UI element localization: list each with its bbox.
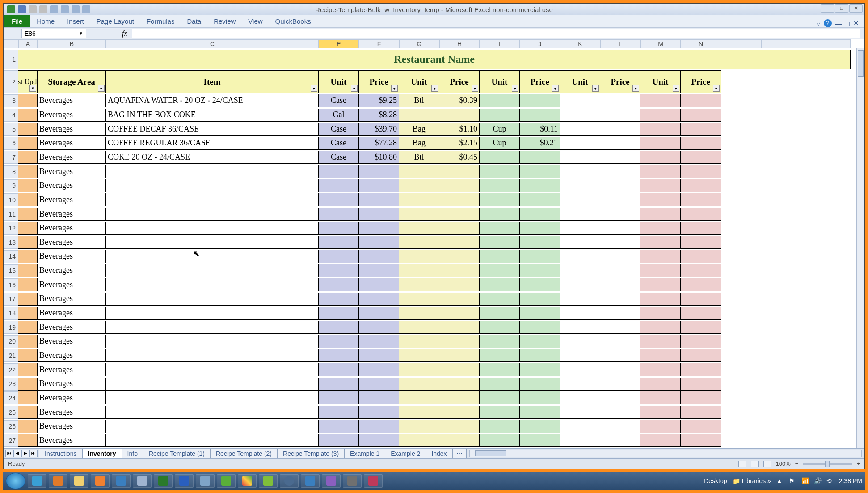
row-header[interactable]: 9 (4, 179, 18, 192)
filter-dropdown-icon[interactable]: ▾ (673, 85, 679, 92)
cell[interactable] (18, 250, 38, 263)
cell[interactable]: Beverages (38, 137, 106, 150)
row-header[interactable]: 13 (4, 236, 18, 249)
cell[interactable] (319, 208, 359, 221)
cell[interactable] (721, 236, 761, 249)
cell[interactable] (560, 293, 600, 306)
cell[interactable] (106, 278, 319, 291)
cell[interactable]: Beverages (38, 293, 106, 306)
filter-dropdown-icon[interactable]: ▾ (311, 85, 317, 92)
tab-quickbooks[interactable]: QuickBooks (269, 15, 317, 27)
cell[interactable] (640, 123, 681, 136)
row-header[interactable]: 14 (4, 250, 18, 263)
doc-restore-icon[interactable]: □ (846, 20, 850, 27)
cell[interactable]: Beverages (38, 193, 106, 206)
header-cell[interactable]: Unit▾ (480, 70, 520, 93)
cell[interactable] (520, 109, 560, 122)
cell[interactable] (640, 278, 681, 291)
cell[interactable] (439, 109, 480, 122)
cell[interactable]: Beverages (38, 391, 106, 404)
cell[interactable] (106, 378, 319, 391)
taskbar-ie-icon[interactable] (28, 474, 46, 488)
cell[interactable] (761, 406, 851, 419)
cell[interactable]: $0.11 (520, 123, 560, 136)
cell[interactable] (560, 349, 600, 362)
cell[interactable] (721, 406, 761, 419)
cell[interactable] (439, 391, 480, 404)
cell[interactable] (18, 278, 38, 291)
cell[interactable] (681, 406, 721, 419)
cell[interactable]: Beverages (38, 222, 106, 235)
tab-home[interactable]: Home (30, 15, 61, 27)
cell[interactable] (600, 321, 640, 334)
column-header[interactable]: M (640, 39, 681, 48)
cell[interactable] (319, 391, 359, 404)
cell[interactable] (18, 123, 38, 136)
column-header[interactable]: E (319, 39, 359, 48)
sheet-tab[interactable]: Info (122, 449, 143, 459)
cell[interactable] (480, 293, 520, 306)
close-button[interactable]: ✕ (849, 4, 863, 13)
cell[interactable]: $8.28 (359, 109, 399, 122)
cell[interactable] (721, 420, 761, 433)
cell[interactable] (480, 278, 520, 291)
cell[interactable]: COKE 20 OZ - 24/CASE (106, 151, 319, 164)
sheet-tab[interactable]: Recipe Template (2) (210, 449, 278, 459)
cell[interactable] (721, 378, 761, 391)
cell[interactable] (359, 208, 399, 221)
cell[interactable]: Beverages (38, 123, 106, 136)
tray-sync-icon[interactable]: ⟲ (826, 477, 834, 484)
cell[interactable] (480, 151, 520, 164)
cell[interactable] (560, 378, 600, 391)
cell[interactable] (439, 378, 480, 391)
cell[interactable]: Beverages (38, 264, 106, 277)
qat-icon[interactable] (82, 5, 90, 13)
doc-close-icon[interactable]: ✕ (853, 19, 859, 27)
cell[interactable] (681, 193, 721, 206)
cell[interactable]: Case (319, 151, 359, 164)
cell[interactable] (721, 264, 761, 277)
cell[interactable] (399, 193, 439, 206)
cell[interactable] (761, 250, 851, 263)
cell[interactable] (106, 264, 319, 277)
cell[interactable] (560, 165, 600, 178)
cell[interactable] (721, 349, 761, 362)
cell[interactable] (439, 193, 480, 206)
fx-icon[interactable]: fx (122, 30, 127, 38)
cell[interactable] (439, 250, 480, 263)
header-cell[interactable]: Unit▾ (319, 70, 359, 93)
cell[interactable] (399, 165, 439, 178)
cell[interactable] (319, 278, 359, 291)
taskbar-media-icon[interactable] (91, 474, 110, 488)
cell[interactable] (520, 321, 560, 334)
taskbar-app-icon[interactable] (196, 474, 215, 488)
cell[interactable] (520, 391, 560, 404)
cell[interactable]: Beverages (38, 278, 106, 291)
taskbar-app-icon[interactable] (343, 474, 362, 488)
tab-data[interactable]: Data (181, 15, 207, 27)
cell[interactable] (600, 165, 640, 178)
cell[interactable] (319, 434, 359, 447)
start-button[interactable] (6, 473, 25, 489)
cell[interactable] (439, 208, 480, 221)
cell[interactable] (681, 349, 721, 362)
cell[interactable] (600, 307, 640, 320)
cell[interactable] (106, 179, 319, 192)
cell[interactable] (600, 278, 640, 291)
cell[interactable] (359, 193, 399, 206)
cell[interactable] (399, 406, 439, 419)
cell[interactable] (721, 179, 761, 192)
row-header[interactable]: 7 (4, 151, 18, 164)
qat-icon[interactable] (61, 5, 69, 13)
page-break-view-icon[interactable] (763, 461, 771, 467)
column-header[interactable] (761, 39, 851, 48)
cell[interactable] (439, 293, 480, 306)
cell[interactable] (399, 236, 439, 249)
cell[interactable] (600, 236, 640, 249)
cell[interactable] (359, 165, 399, 178)
cell[interactable] (600, 391, 640, 404)
cell[interactable] (721, 165, 761, 178)
cell[interactable] (520, 264, 560, 277)
cell[interactable]: $2.15 (439, 137, 480, 150)
filter-dropdown-icon[interactable]: ▾ (472, 85, 478, 92)
